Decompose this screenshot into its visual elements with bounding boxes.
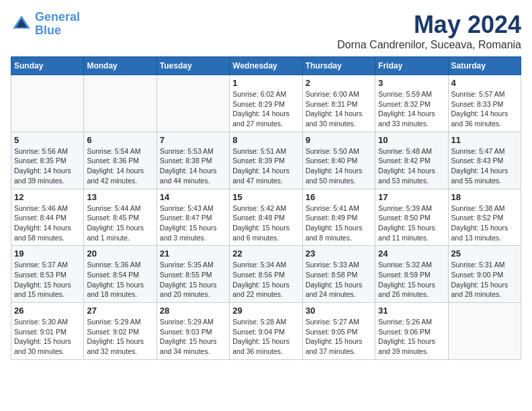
calendar-cell: 3Sunrise: 5:59 AM Sunset: 8:32 PM Daylig… [375, 75, 448, 132]
day-info: Sunrise: 5:36 AM Sunset: 8:54 PM Dayligh… [87, 260, 153, 300]
page-header: General Blue May 2024 Dorna Candrenilor,… [11, 11, 521, 51]
day-info: Sunrise: 5:46 AM Sunset: 8:44 PM Dayligh… [14, 203, 81, 243]
calendar-cell: 11Sunrise: 5:47 AM Sunset: 8:43 PM Dayli… [448, 132, 521, 189]
day-info: Sunrise: 5:59 AM Sunset: 8:32 PM Dayligh… [378, 89, 445, 129]
calendar-cell: 16Sunrise: 5:41 AM Sunset: 8:49 PM Dayli… [302, 189, 375, 246]
weekday-header: Wednesday [230, 57, 302, 75]
day-number: 7 [160, 135, 226, 145]
calendar-cell: 12Sunrise: 5:46 AM Sunset: 8:44 PM Dayli… [11, 189, 84, 246]
day-number: 18 [451, 192, 518, 202]
day-info: Sunrise: 5:44 AM Sunset: 8:45 PM Dayligh… [87, 203, 153, 243]
calendar-week-row: 1Sunrise: 6:02 AM Sunset: 8:29 PM Daylig… [11, 75, 521, 132]
day-info: Sunrise: 5:47 AM Sunset: 8:43 PM Dayligh… [451, 146, 518, 186]
calendar-cell: 18Sunrise: 5:38 AM Sunset: 8:52 PM Dayli… [448, 189, 521, 246]
day-number: 15 [232, 192, 299, 202]
logo-text: General Blue [35, 11, 80, 38]
day-number: 4 [451, 78, 518, 88]
weekday-header: Saturday [448, 57, 521, 75]
calendar-cell: 25Sunrise: 5:31 AM Sunset: 9:00 PM Dayli… [448, 246, 521, 303]
day-number: 17 [378, 192, 445, 202]
day-info: Sunrise: 5:50 AM Sunset: 8:40 PM Dayligh… [306, 146, 372, 186]
day-info: Sunrise: 5:28 AM Sunset: 9:04 PM Dayligh… [232, 317, 299, 357]
calendar-week-row: 26Sunrise: 5:30 AM Sunset: 9:01 PM Dayli… [11, 303, 521, 360]
day-number: 30 [306, 306, 372, 316]
day-number: 2 [306, 78, 372, 88]
calendar-cell: 17Sunrise: 5:39 AM Sunset: 8:50 PM Dayli… [375, 189, 448, 246]
day-number: 10 [378, 135, 445, 145]
calendar-body: 1Sunrise: 6:02 AM Sunset: 8:29 PM Daylig… [11, 75, 521, 360]
calendar-cell: 20Sunrise: 5:36 AM Sunset: 8:54 PM Dayli… [84, 246, 157, 303]
weekday-header: Monday [84, 57, 157, 75]
calendar-cell: 9Sunrise: 5:50 AM Sunset: 8:40 PM Daylig… [302, 132, 375, 189]
day-number: 25 [451, 248, 518, 259]
weekday-header-row: SundayMondayTuesdayWednesdayThursdayFrid… [11, 57, 521, 75]
calendar-header: SundayMondayTuesdayWednesdayThursdayFrid… [11, 57, 521, 75]
day-number: 8 [232, 135, 299, 145]
calendar-cell: 4Sunrise: 5:57 AM Sunset: 8:33 PM Daylig… [448, 75, 521, 132]
day-info: Sunrise: 5:27 AM Sunset: 9:05 PM Dayligh… [306, 317, 372, 357]
calendar-cell: 26Sunrise: 5:30 AM Sunset: 9:01 PM Dayli… [11, 303, 84, 360]
day-number: 11 [451, 135, 518, 145]
calendar-cell [448, 303, 521, 360]
day-number: 29 [232, 306, 299, 316]
weekday-header: Sunday [11, 57, 84, 75]
calendar-cell: 13Sunrise: 5:44 AM Sunset: 8:45 PM Dayli… [84, 189, 157, 246]
day-info: Sunrise: 5:35 AM Sunset: 8:55 PM Dayligh… [160, 260, 226, 300]
day-number: 26 [14, 306, 81, 316]
day-info: Sunrise: 5:43 AM Sunset: 8:47 PM Dayligh… [160, 203, 226, 243]
calendar-cell: 21Sunrise: 5:35 AM Sunset: 8:55 PM Dayli… [157, 246, 229, 303]
calendar-cell [157, 75, 229, 132]
day-number: 31 [378, 306, 445, 316]
calendar-week-row: 5Sunrise: 5:56 AM Sunset: 8:35 PM Daylig… [11, 132, 521, 189]
calendar-cell: 8Sunrise: 5:51 AM Sunset: 8:39 PM Daylig… [230, 132, 302, 189]
calendar-cell: 31Sunrise: 5:26 AM Sunset: 9:06 PM Dayli… [375, 303, 448, 360]
calendar-cell [11, 75, 84, 132]
calendar-cell: 30Sunrise: 5:27 AM Sunset: 9:05 PM Dayli… [302, 303, 375, 360]
day-number: 28 [160, 306, 226, 316]
day-info: Sunrise: 5:34 AM Sunset: 8:56 PM Dayligh… [232, 260, 299, 300]
day-number: 21 [160, 248, 226, 259]
logo-icon [11, 13, 32, 35]
calendar: SundayMondayTuesdayWednesdayThursdayFrid… [11, 56, 521, 360]
title-block: May 2024 Dorna Candrenilor, Suceava, Rom… [337, 11, 521, 51]
day-number: 20 [87, 248, 153, 259]
calendar-cell: 29Sunrise: 5:28 AM Sunset: 9:04 PM Dayli… [230, 303, 302, 360]
day-info: Sunrise: 5:42 AM Sunset: 8:48 PM Dayligh… [232, 203, 299, 243]
day-info: Sunrise: 5:53 AM Sunset: 8:38 PM Dayligh… [160, 146, 226, 186]
day-number: 5 [14, 135, 81, 145]
day-number: 23 [306, 248, 372, 259]
day-number: 3 [378, 78, 445, 88]
day-info: Sunrise: 5:31 AM Sunset: 9:00 PM Dayligh… [451, 260, 518, 300]
calendar-cell: 5Sunrise: 5:56 AM Sunset: 8:35 PM Daylig… [11, 132, 84, 189]
day-number: 1 [232, 78, 299, 88]
calendar-cell: 7Sunrise: 5:53 AM Sunset: 8:38 PM Daylig… [157, 132, 229, 189]
day-info: Sunrise: 5:39 AM Sunset: 8:50 PM Dayligh… [378, 203, 445, 243]
calendar-cell: 10Sunrise: 5:48 AM Sunset: 8:42 PM Dayli… [375, 132, 448, 189]
calendar-week-row: 12Sunrise: 5:46 AM Sunset: 8:44 PM Dayli… [11, 189, 521, 246]
day-info: Sunrise: 5:37 AM Sunset: 8:53 PM Dayligh… [14, 260, 81, 300]
day-info: Sunrise: 6:02 AM Sunset: 8:29 PM Dayligh… [232, 89, 299, 129]
calendar-cell: 28Sunrise: 5:29 AM Sunset: 9:03 PM Dayli… [157, 303, 229, 360]
logo-blue: Blue [35, 24, 61, 37]
calendar-cell: 19Sunrise: 5:37 AM Sunset: 8:53 PM Dayli… [11, 246, 84, 303]
day-number: 19 [14, 248, 81, 259]
day-info: Sunrise: 6:00 AM Sunset: 8:31 PM Dayligh… [306, 89, 372, 129]
day-info: Sunrise: 5:33 AM Sunset: 8:58 PM Dayligh… [306, 260, 372, 300]
day-info: Sunrise: 5:54 AM Sunset: 8:36 PM Dayligh… [87, 146, 153, 186]
calendar-cell: 2Sunrise: 6:00 AM Sunset: 8:31 PM Daylig… [302, 75, 375, 132]
day-number: 22 [232, 248, 299, 259]
weekday-header: Tuesday [157, 57, 229, 75]
main-title: May 2024 [337, 11, 521, 39]
day-number: 24 [378, 248, 445, 259]
logo-general: General [35, 10, 80, 24]
day-number: 27 [87, 306, 153, 316]
day-number: 14 [160, 192, 226, 202]
day-info: Sunrise: 5:57 AM Sunset: 8:33 PM Dayligh… [451, 89, 518, 129]
calendar-cell [84, 75, 157, 132]
day-number: 12 [14, 192, 81, 202]
calendar-cell: 15Sunrise: 5:42 AM Sunset: 8:48 PM Dayli… [230, 189, 302, 246]
calendar-cell: 24Sunrise: 5:32 AM Sunset: 8:59 PM Dayli… [375, 246, 448, 303]
day-number: 9 [306, 135, 372, 145]
day-info: Sunrise: 5:51 AM Sunset: 8:39 PM Dayligh… [232, 146, 299, 186]
day-number: 16 [306, 192, 372, 202]
